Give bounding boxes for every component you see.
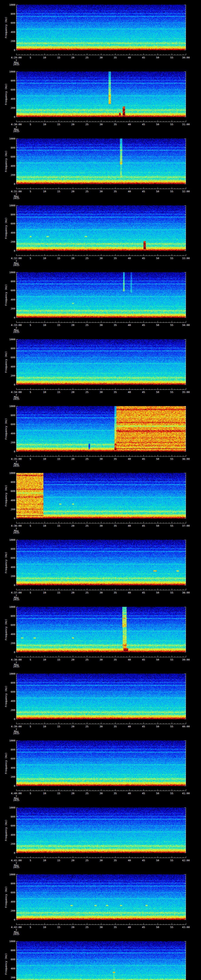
x-minor-tick — [160, 790, 161, 791]
x-major-tick — [186, 455, 186, 456]
x-minor-tick — [183, 121, 183, 122]
x-minor-tick — [177, 322, 178, 323]
x-major-tick — [172, 522, 172, 523]
x-minor-tick — [98, 54, 99, 55]
x-minor-tick — [163, 456, 164, 456]
x-minor-tick — [107, 54, 107, 55]
y-tick-label: 0 — [8, 250, 15, 252]
spectrogram-panel-43400: Frequency (Hz) 7 May 2015 10008006004002… — [0, 334, 201, 402]
x-minor-tick — [61, 790, 62, 791]
x-minor-tick — [53, 924, 53, 924]
x-minor-tick — [174, 656, 175, 657]
x-tick-label: 35 — [112, 324, 118, 326]
x-tick-label: 25 — [84, 123, 90, 126]
x-start-time-label: 4:39:00 — [8, 725, 25, 728]
x-tick-label: 40 — [126, 659, 133, 661]
x-tick-label: 40 — [126, 324, 133, 326]
x-minor-tick — [50, 723, 51, 724]
x-tick-label: 10 — [41, 391, 48, 393]
x-minor-tick — [163, 322, 164, 323]
x-minor-tick — [146, 523, 147, 523]
date-year: 2015 — [8, 64, 25, 65]
spectrogram-plot — [16, 607, 186, 652]
x-tick-label: 5 — [27, 324, 34, 326]
x-minor-tick — [67, 924, 67, 924]
x-tick-label: 35 — [112, 391, 118, 393]
y-tick-label: 600 — [8, 824, 15, 827]
x-minor-tick — [81, 589, 81, 590]
x-major-tick — [158, 321, 158, 323]
x-end-time-label: 39:00 — [177, 659, 195, 661]
x-tick-label: 55 — [168, 926, 175, 929]
x-minor-tick — [67, 790, 67, 791]
spectrogram-panel-44300: Frequency (Hz) 7 May 2015 10008006004002… — [0, 937, 201, 980]
x-minor-tick — [33, 656, 34, 657]
x-minor-tick — [93, 188, 93, 189]
x-minor-tick — [47, 656, 48, 657]
x-minor-tick — [53, 188, 53, 189]
x-minor-tick — [47, 389, 48, 390]
x-minor-tick — [70, 255, 70, 256]
x-minor-tick — [84, 121, 85, 122]
x-end-time-label: 36:00 — [177, 458, 195, 460]
x-minor-tick — [132, 589, 132, 590]
x-minor-tick — [112, 857, 113, 858]
spectrogram-panel-43300: Frequency (Hz) 7 May 2015 10008006004002… — [0, 267, 201, 334]
x-major-tick — [59, 856, 59, 858]
y-tick-label: 800 — [8, 347, 15, 350]
y-tick-label: 600 — [8, 88, 15, 91]
x-start-time-label: 4:41:00 — [8, 859, 25, 862]
spectrogram-plot — [16, 473, 186, 519]
y-tick-label: 800 — [8, 213, 15, 216]
x-minor-tick — [107, 656, 107, 657]
x-minor-tick — [81, 656, 81, 657]
x-major-tick — [59, 188, 59, 189]
x-major-tick — [172, 789, 172, 791]
y-axis-title: Frequency (Hz) — [5, 752, 8, 774]
x-major-tick — [45, 856, 45, 858]
y-axis-title: Frequency (Hz) — [5, 351, 8, 373]
y-tick-label: 0 — [8, 183, 15, 185]
x-minor-tick — [160, 121, 161, 122]
date-year: 2015 — [8, 532, 25, 534]
x-minor-tick — [183, 723, 183, 724]
x-tick-label: 15 — [55, 792, 62, 795]
x-minor-tick — [64, 255, 65, 256]
x-minor-tick — [64, 121, 65, 122]
x-minor-tick — [177, 523, 178, 523]
x-minor-tick — [152, 188, 152, 189]
x-tick-label: 40 — [126, 591, 133, 594]
x-tick-label: 25 — [84, 926, 90, 929]
x-start-time-label: 4:33:00 — [8, 324, 25, 326]
x-major-tick — [45, 655, 45, 657]
x-minor-tick — [50, 54, 51, 55]
x-minor-tick — [93, 456, 93, 456]
x-minor-tick — [93, 523, 93, 523]
x-minor-tick — [146, 857, 147, 858]
x-tick-label: 25 — [84, 859, 90, 862]
x-tick-label: 35 — [112, 190, 118, 192]
y-tick-label: 200 — [8, 976, 15, 979]
x-minor-tick — [67, 188, 67, 189]
y-tick-label: 200 — [8, 374, 15, 377]
x-major-tick — [73, 120, 73, 122]
x-minor-tick — [39, 255, 39, 256]
x-tick-label: 25 — [84, 659, 90, 661]
x-minor-tick — [177, 255, 178, 256]
x-minor-tick — [183, 656, 183, 657]
x-major-tick — [59, 321, 59, 323]
x-minor-tick — [84, 924, 85, 924]
y-axis-title: Frequency (Hz) — [5, 886, 8, 908]
x-minor-tick — [183, 456, 183, 456]
x-major-tick — [73, 254, 73, 256]
x-tick-label: 25 — [84, 56, 90, 59]
spectrogram-plot — [16, 72, 186, 117]
y-tick-label: 400 — [8, 165, 15, 167]
x-minor-tick — [67, 857, 67, 858]
x-major-tick — [45, 54, 45, 55]
y-tick-label: 1000 — [8, 807, 15, 809]
y-tick-label: 1000 — [8, 338, 15, 340]
x-minor-tick — [174, 456, 175, 456]
x-minor-tick — [70, 924, 70, 924]
x-major-tick — [87, 455, 87, 456]
